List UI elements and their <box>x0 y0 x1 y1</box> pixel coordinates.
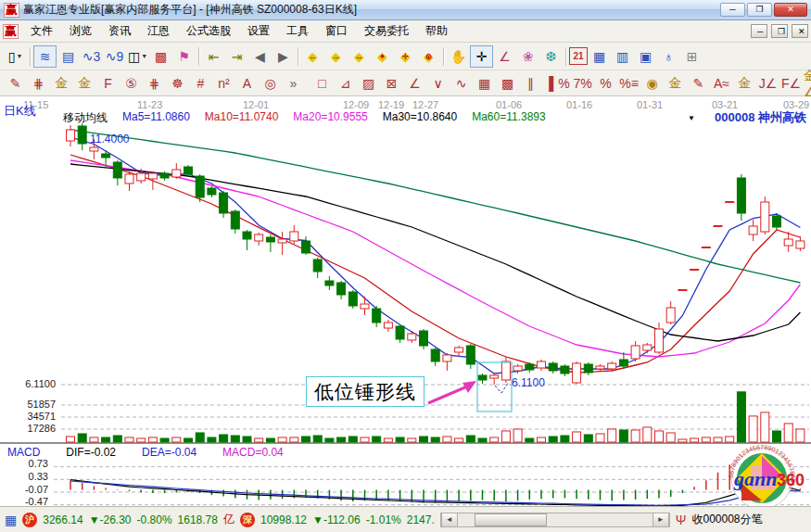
minimize-button[interactable]: ─ <box>720 3 745 17</box>
hand-tool-button[interactable]: ✋ <box>447 45 470 68</box>
scroll-thumb[interactable] <box>475 513 547 526</box>
first-page-button[interactable]: ⇤ <box>202 45 225 68</box>
scroll-right-arrow[interactable]: ► <box>653 513 669 526</box>
fibonacci-grid-button[interactable]: F <box>96 72 120 95</box>
child-restore-button[interactable]: ❐ <box>771 24 788 38</box>
menu-items: 文件浏览资讯江恩公式选股设置工具窗口交易委托帮助 <box>22 20 456 42</box>
cycle5-grid-button[interactable]: ⑤ <box>120 72 143 95</box>
memo-button[interactable]: ▥ <box>611 45 634 68</box>
last-page-button[interactable]: ⇥ <box>225 45 248 68</box>
volume-bar <box>702 437 710 442</box>
gann-grid-gold2-button[interactable]: 金 <box>73 72 96 95</box>
calculator-button[interactable]: ▦ <box>588 45 611 68</box>
gann-wheel-button[interactable]: ☸ <box>166 72 189 95</box>
close-button[interactable]: ✕ <box>774 3 807 17</box>
save-button[interactable]: ▣ <box>634 45 657 68</box>
nav-center-diamond[interactable]: ◆⊕ <box>417 45 440 68</box>
wave-3-button[interactable]: ∿3 <box>80 45 103 68</box>
maximize-button[interactable]: ❐ <box>747 3 772 17</box>
menu-trade[interactable]: 交易委托 <box>356 20 417 42</box>
calendar-button[interactable]: 21 <box>569 47 588 65</box>
scroll-left-arrow[interactable]: ◄ <box>441 513 458 526</box>
menu-gann[interactable]: 江恩 <box>139 20 178 42</box>
nav-compress-diamond[interactable]: ◆✦ <box>371 45 394 68</box>
prev-page-button[interactable]: ◀ <box>248 45 272 68</box>
kline-style-button[interactable]: ▯▼ <box>4 45 27 68</box>
volume-percent-tool[interactable]: ▌% <box>548 72 571 95</box>
target-circle-button[interactable]: ◎ <box>259 72 282 95</box>
parallel-lines-tool[interactable]: ∥ <box>519 72 542 95</box>
toolbar-separator <box>443 47 444 66</box>
child-close-button[interactable]: ✕ <box>792 24 808 38</box>
next-page-button[interactable]: ▶ <box>272 45 295 68</box>
wave-9-button[interactable]: ∿9 <box>103 45 126 68</box>
box-cross-tool[interactable]: ⊠ <box>380 72 403 95</box>
percent-lines-tool[interactable]: %≡ <box>617 72 640 95</box>
more-tools-button[interactable]: » <box>282 72 305 95</box>
angle-tool-button[interactable]: ∠ <box>493 45 516 68</box>
ma-dropdown-icon[interactable]: ▼ <box>688 114 695 122</box>
nav-left-diamond[interactable]: ◆← <box>301 45 324 68</box>
trendline-mode-button[interactable]: ≋ <box>33 45 57 68</box>
j-angle-tool[interactable]: J∠ <box>756 72 779 95</box>
chart-area[interactable]: 11-1511-2312-0112-0912-1912-2701-0601-16… <box>0 96 811 506</box>
square-n2-button[interactable]: n² <box>212 72 235 95</box>
plain-grid-button[interactable]: # <box>189 72 212 95</box>
percent-tool[interactable]: % <box>594 72 617 95</box>
draw-grid-button[interactable]: ⋕ <box>143 72 166 95</box>
fan-lines-tool[interactable]: ⊿ <box>334 72 357 95</box>
kline-canvas[interactable]: 11-1511-2312-0112-0912-1912-2701-0601-16… <box>0 96 811 506</box>
wave-v-tool[interactable]: ∨ <box>426 72 450 95</box>
volume-bar <box>220 435 228 442</box>
seven-percent-tool[interactable]: 7% <box>571 72 594 95</box>
red-grid-tool[interactable]: ▦ <box>473 72 496 95</box>
sz-change: ▼-112.06 <box>312 513 361 526</box>
menu-tools[interactable]: 工具 <box>278 20 317 42</box>
golden-lines-tool[interactable]: 金 <box>664 72 687 95</box>
angle-lines-tool[interactable]: ∠ <box>403 72 426 95</box>
red-grid2-tool[interactable]: ▩ <box>496 72 519 95</box>
trade-cart-button[interactable]: ⊞ <box>680 45 703 68</box>
menu-help[interactable]: 帮助 <box>417 20 456 42</box>
text-label-button[interactable]: A <box>235 72 259 95</box>
gann-grid-gold-button[interactable]: 金 <box>50 72 73 95</box>
golden-circle-tool[interactable]: ◉ <box>640 72 664 95</box>
wave-abc-tool[interactable]: A≈ <box>710 72 733 95</box>
candle-body <box>337 283 346 295</box>
gold-angle-tool[interactable]: 金∠ <box>803 72 811 95</box>
menu-news[interactable]: 资讯 <box>100 20 139 42</box>
scroll-track[interactable] <box>458 513 653 526</box>
crosshair-tool-button[interactable]: ✛ <box>470 45 493 68</box>
candle-pattern-button[interactable]: ◫▼ <box>126 45 149 68</box>
box-fan-tool[interactable]: ▨ <box>357 72 380 95</box>
menu-window[interactable]: 窗口 <box>317 20 356 42</box>
draw-brush-button[interactable]: ✎ <box>4 72 27 95</box>
restore-rights-button[interactable]: ▩ <box>149 45 172 68</box>
zigzag-tool[interactable]: ∿ <box>450 72 473 95</box>
menu-file[interactable]: 文件 <box>22 20 61 42</box>
golden-bar-tool[interactable]: 金 <box>733 72 756 95</box>
quote-scrollbar[interactable]: ◄► <box>440 513 670 527</box>
nav-hrange-diamond[interactable]: ◆↔ <box>348 45 371 68</box>
candle-body <box>749 226 757 234</box>
child-minimize-button[interactable]: ─ <box>751 24 767 38</box>
menu-settings[interactable]: 设置 <box>239 20 278 42</box>
price-note-tool[interactable]: ✎ <box>687 72 710 95</box>
hammer-annotation-box[interactable]: 低位锤形线 <box>306 376 425 407</box>
gann-flower-tool-button[interactable]: ❀ <box>516 45 539 68</box>
f-angle-tool[interactable]: F∠ <box>779 72 803 95</box>
x-axis-tick: 12-19 <box>378 99 404 110</box>
gann-grid-button[interactable]: ⋕ <box>27 72 50 95</box>
quote-board-button[interactable]: ▤ <box>57 45 80 68</box>
menu-browse[interactable]: 浏览 <box>61 20 100 42</box>
chart-type-label: 日K线 <box>4 103 36 120</box>
rect-box-tool[interactable]: □ <box>310 72 334 95</box>
flag-marker-button[interactable]: ⚑ <box>172 45 196 68</box>
menu-formula-picker[interactable]: 公式选股 <box>178 20 239 42</box>
cycle-tool-button[interactable]: ❆ <box>539 45 563 68</box>
web-link-button[interactable]: ♁ <box>657 45 680 68</box>
nav-right-diamond[interactable]: ◆→ <box>324 45 348 68</box>
nav-expand-diamond[interactable]: ◆✛ <box>394 45 417 68</box>
volume-bar <box>302 437 310 442</box>
ma-row-title: 移动均线 <box>63 110 108 126</box>
